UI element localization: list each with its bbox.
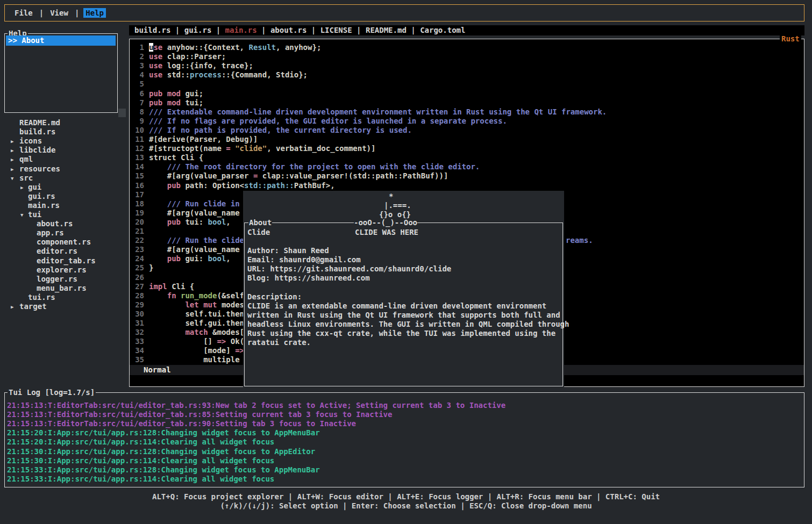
- log-entry: 21:15:30:I:App:src/tui/app.rs:114:Cleari…: [7, 456, 274, 465]
- tree-item-tui-rs[interactable]: tui.rs: [4, 293, 128, 302]
- chevron-right-icon[interactable]: ▶: [11, 146, 13, 155]
- tree-item-icons[interactable]: ▶icons: [4, 137, 128, 146]
- code-line-7: 7pub mod tui;: [133, 98, 203, 107]
- tree-item-qml[interactable]: ▶qml: [4, 155, 128, 164]
- line-number: 1: [133, 43, 144, 52]
- line-number: 2: [133, 52, 144, 61]
- menu-item-help[interactable]: Help: [83, 8, 106, 18]
- code-line-21: 21: [133, 227, 149, 236]
- tree-item-readme-md[interactable]: README.md: [4, 118, 128, 127]
- chevron-right-icon[interactable]: ▶: [20, 183, 23, 192]
- tree-item-label: app.rs: [37, 228, 64, 238]
- line-number: 13: [133, 153, 144, 162]
- chevron-down-icon[interactable]: ▼: [11, 174, 13, 183]
- line-number: 34: [133, 346, 144, 355]
- line-number: 16: [133, 181, 144, 190]
- tree-item-editor-tab-rs[interactable]: editor_tab.rs: [4, 256, 128, 265]
- log-entry: 21:15:20:I:App:src/tui/app.rs:128:Changi…: [7, 428, 320, 437]
- tree-item-build-rs[interactable]: build.rs: [4, 127, 128, 137]
- about-text-line: ratatui crate.: [247, 338, 311, 347]
- tree-item-component-rs[interactable]: component.rs: [4, 238, 128, 247]
- code-line-31: 31 self.gui.then(: [133, 319, 248, 328]
- tree-item-about-rs[interactable]: about.rs: [4, 219, 128, 228]
- line-number: 9: [133, 117, 144, 126]
- tab-main-rs[interactable]: main.rs: [225, 26, 257, 34]
- about-text-line: written in Rust using the Qt UI framewor…: [247, 311, 560, 320]
- menu-item-file[interactable]: File: [12, 8, 35, 18]
- tree-item-menu-bar-rs[interactable]: menu_bar.rs: [4, 284, 128, 293]
- log-entry: 21:15:13:T:EditorTab:src/tui/editor_tab.…: [7, 401, 505, 410]
- tab-separator: |: [352, 26, 366, 34]
- line-number: 26: [133, 273, 144, 282]
- line-number: 17: [133, 190, 144, 199]
- tree-item-gui-rs[interactable]: gui.rs: [4, 192, 128, 201]
- about-text-line: Blog: https://shaunreed.com: [247, 274, 370, 283]
- code-line-2: 2use clap::Parser;: [133, 52, 226, 61]
- code-line-8: 8/// Extendable command-line driven deve…: [133, 107, 607, 117]
- line-number: 14: [133, 162, 144, 171]
- about-box-title: About: [248, 218, 272, 227]
- log-entry: 21:15:20:I:App:src/tui/app.rs:114:Cleari…: [7, 437, 274, 447]
- help-bar: ALT+Q: Focus project explorer | ALT+W: F…: [0, 492, 812, 511]
- help-bar-line-2: (↑/k)/(↓/j): Select option | Enter: Choo…: [0, 501, 812, 511]
- tree-item-libclide[interactable]: ▶libclide: [4, 146, 128, 155]
- menu-bar: File|View|Help: [4, 4, 804, 21]
- tree-item-logger-rs[interactable]: logger.rs: [4, 275, 128, 284]
- code-line-1: 1use anyhow::{Context, Result, anyhow};: [133, 43, 321, 52]
- code-line-19: 19 #[arg(value_name =: [133, 209, 248, 218]
- tab-readme-md[interactable]: README.md: [366, 26, 407, 34]
- tab-separator: |: [257, 26, 270, 34]
- tab-gui-rs[interactable]: gui.rs: [184, 26, 212, 34]
- app-window: File|View|Help Help >> About README.mdbu…: [0, 0, 812, 524]
- log-entry: 21:15:33:I:App:src/tui/app.rs:128:Changi…: [7, 465, 320, 475]
- tab-build-rs[interactable]: build.rs: [134, 26, 170, 34]
- chevron-right-icon[interactable]: ▶: [11, 137, 13, 146]
- tree-item-resources[interactable]: ▶resources: [4, 164, 128, 174]
- about-popup: * |.===. {}o o{} About -ooO--(_)--Ooo Cl…: [243, 191, 564, 387]
- menu-separator: |: [39, 9, 44, 17]
- code-line-9: 9/// If no flags are provided, the GUI e…: [133, 117, 507, 126]
- tree-item-label: tui.rs: [28, 293, 55, 302]
- code-line-14: 14 /// The root directory for the projec…: [133, 162, 480, 171]
- tree-item-label: explorer.rs: [37, 265, 87, 275]
- tree-item-label: menu_bar.rs: [37, 284, 87, 293]
- tree-item-label: main.rs: [28, 201, 60, 210]
- tree-item-target[interactable]: ▶target: [4, 302, 128, 311]
- tab-license[interactable]: LICENSE: [320, 26, 352, 34]
- tree-item-label: gui.rs: [28, 192, 55, 201]
- line-number: 25: [133, 263, 144, 272]
- tree-item-main-rs[interactable]: main.rs: [4, 201, 128, 210]
- tab-cargo-toml[interactable]: Cargo.toml: [420, 26, 465, 34]
- code-line-33: 33 [] => Ok(R: [133, 337, 248, 346]
- chevron-down-icon[interactable]: ▼: [20, 211, 23, 220]
- explorer-scrollbar-thumb[interactable]: [118, 109, 126, 117]
- line-number: 20: [133, 218, 144, 227]
- about-text-line: Rust using the cxx-qt crate, while the T…: [247, 329, 555, 338]
- line-number: 11: [133, 135, 144, 144]
- tree-item-gui[interactable]: ▶gui: [4, 183, 128, 192]
- tree-item-explorer-rs[interactable]: explorer.rs: [4, 265, 128, 275]
- about-text-line: URL: https://git.shaunreed.com/shaunrd0/…: [247, 264, 451, 274]
- code-overflow-fragment: reams.: [566, 236, 593, 245]
- chevron-right-icon[interactable]: ▶: [11, 165, 13, 174]
- line-number: 18: [133, 199, 144, 209]
- chevron-right-icon[interactable]: ▶: [11, 303, 13, 312]
- line-number: 28: [133, 291, 144, 300]
- tab-separator: |: [307, 26, 320, 34]
- log-entry: 21:15:30:I:App:src/tui/app.rs:128:Changi…: [7, 447, 315, 456]
- line-number: 12: [133, 144, 144, 153]
- log-panel-title: Tui Log [log=1.7/s]: [8, 388, 96, 397]
- line-number: 35: [133, 355, 144, 364]
- dropdown-item-about[interactable]: >> About: [6, 35, 116, 46]
- tree-item-src[interactable]: ▼src: [4, 174, 128, 183]
- about-text-line: Description:: [247, 292, 302, 302]
- tree-item-tui[interactable]: ▼tui: [4, 210, 128, 219]
- tree-item-editor-rs[interactable]: editor.rs: [4, 247, 128, 256]
- menu-item-view[interactable]: View: [48, 8, 70, 18]
- chevron-right-icon[interactable]: ▶: [11, 155, 13, 164]
- tab-about-rs[interactable]: about.rs: [270, 26, 307, 34]
- tree-item-app-rs[interactable]: app.rs: [4, 228, 128, 238]
- log-entry: 21:15:13:T:EditorTab:src/tui/editor_tab.…: [7, 410, 392, 419]
- code-line-27: 27impl Cli {: [133, 282, 194, 291]
- line-number: 15: [133, 171, 144, 181]
